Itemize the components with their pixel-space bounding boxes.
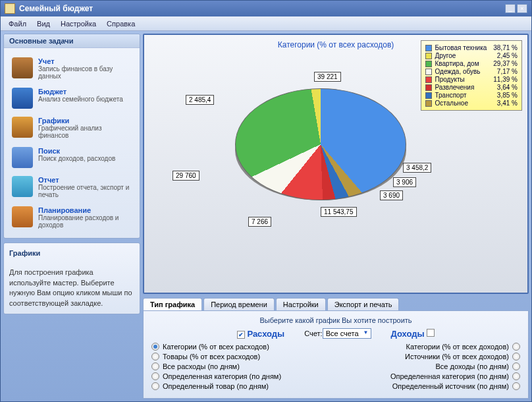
task-charts[interactable]: ГрафикиГрафический анализ финансов xyxy=(9,113,134,143)
options-title: Выберите какой график Вы хотите построит… xyxy=(151,316,520,324)
inc-radio-all-days[interactable]: Все доходы (по дням) xyxy=(435,362,520,370)
titlebar[interactable]: Семейный бюджет _ × xyxy=(1,1,531,16)
inc-radio-category-days[interactable]: Определенная категория (по дням) xyxy=(390,372,520,380)
callout-razvlech: 3 690 xyxy=(380,190,403,200)
tab-settings[interactable]: Настройки xyxy=(276,298,326,310)
exp-radio-categories[interactable]: Категории (% от всех расходов) xyxy=(151,343,281,351)
callout-odezhda: 7 266 xyxy=(248,217,271,227)
incomes-label[interactable]: Доходы xyxy=(391,329,435,339)
menubar: Файл Вид Настройка Справка xyxy=(1,16,531,31)
expenses-label[interactable]: ✔ Расходы xyxy=(237,329,284,339)
task-report[interactable]: ОтчетПостроение отчета, экспорт и печать xyxy=(9,172,134,202)
menu-file[interactable]: Файл xyxy=(3,18,32,29)
tab-period[interactable]: Период времени xyxy=(203,298,275,310)
inc-radio-sources[interactable]: Источники (% от всех доходов) xyxy=(405,353,520,360)
planning-icon xyxy=(12,206,33,227)
task-accounting[interactable]: УчетЗапись финансов в базу данных xyxy=(9,53,134,84)
callout-kvartira: 29 760 xyxy=(173,171,200,181)
tab-chart-type[interactable]: Тип графика xyxy=(143,298,202,310)
account-select[interactable]: Все счета xyxy=(323,328,371,339)
minimize-button[interactable]: _ xyxy=(505,4,516,13)
inc-radio-categories[interactable]: Категории (% от всех доходов) xyxy=(406,343,521,351)
exp-radio-good-days[interactable]: Определенный товар (по дням) xyxy=(151,382,281,390)
help-text: Для построения графика используйте масте… xyxy=(9,268,134,308)
callout-produkty: 11 543,75 xyxy=(321,207,357,217)
report-icon xyxy=(12,176,33,197)
callout-bytovaya: 39 221 xyxy=(314,72,341,82)
tabs: Тип графика Период времени Настройки Экс… xyxy=(143,298,529,310)
app-icon xyxy=(5,3,15,14)
exp-radio-goods[interactable]: Товары (% от всех расходов) xyxy=(151,353,281,360)
pie-chart: 39 221 2 485,4 29 760 7 266 11 543,75 3 … xyxy=(149,52,522,237)
chart-area: Категории (% от всех расходов) Бытовая т… xyxy=(143,34,529,294)
legend-swatch xyxy=(425,45,432,51)
window-title: Семейный бюджет xyxy=(19,4,505,13)
inc-radio-source-days[interactable]: Определенный источник (по дням) xyxy=(392,382,520,390)
help-panel: Графики Для построения графика используй… xyxy=(3,243,140,314)
close-button[interactable]: × xyxy=(517,4,527,13)
app-window: Семейный бюджет _ × Файл Вид Настройка С… xyxy=(0,0,532,402)
menu-help[interactable]: Справка xyxy=(101,18,140,29)
expenses-checkbox[interactable]: ✔ xyxy=(237,331,245,339)
callout-transport: 3 906 xyxy=(393,177,416,187)
exp-radio-category-days[interactable]: Определенная категория (по дням) xyxy=(151,372,281,380)
options-panel: Выберите какой график Вы хотите построит… xyxy=(143,310,529,399)
exp-radio-all-days[interactable]: Все расходы (по дням) xyxy=(151,362,281,370)
search-icon xyxy=(12,147,33,168)
database-icon xyxy=(12,57,33,78)
tab-export[interactable]: Экспорт и печать xyxy=(327,298,400,310)
task-title: Учет xyxy=(38,57,132,65)
menu-settings[interactable]: Настройка xyxy=(55,18,101,29)
callout-ostalnoe: 3 458,2 xyxy=(403,163,431,173)
task-budget[interactable]: БюджетАнализ семейного бюджета xyxy=(9,84,134,113)
chart-icon xyxy=(12,117,33,138)
budget-icon xyxy=(12,88,33,109)
help-title: Графики xyxy=(9,248,134,258)
tasks-header: Основные задачи xyxy=(4,34,140,48)
menu-view[interactable]: Вид xyxy=(32,18,55,29)
task-search[interactable]: ПоискПоиск доходов, расходов xyxy=(9,143,134,172)
account-label: Счет: xyxy=(304,330,322,337)
task-planning[interactable]: ПланированиеПланирование расходов и дохо… xyxy=(9,202,134,233)
tasks-panel: Основные задачи УчетЗапись финансов в ба… xyxy=(3,34,140,239)
callout-drugoe: 2 485,4 xyxy=(186,95,214,105)
incomes-checkbox[interactable] xyxy=(427,329,435,337)
